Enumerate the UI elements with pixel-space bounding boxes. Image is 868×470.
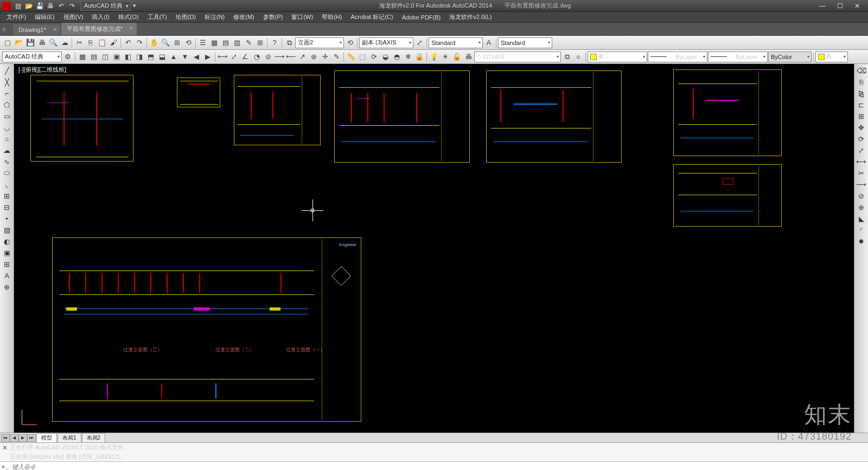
menu-item[interactable]: 标注(N): [200, 12, 229, 22]
print-icon[interactable]: 🖶: [463, 51, 474, 62]
chamfer-icon[interactable]: ◣: [856, 213, 867, 224]
menu-item[interactable]: 绘图(D): [171, 12, 200, 22]
layer-off-icon[interactable]: ◓: [391, 51, 402, 62]
copy-icon[interactable]: ⎘: [85, 37, 96, 48]
dim-linear-icon[interactable]: ⟷: [217, 51, 228, 62]
extend-icon[interactable]: ⟶: [856, 179, 867, 190]
tab-next-icon[interactable]: ▶: [18, 434, 27, 442]
menu-item[interactable]: 工具(T): [143, 12, 171, 22]
ellipse-arc-icon[interactable]: ◟: [2, 179, 12, 190]
layout-tab[interactable]: 模型: [36, 433, 57, 443]
layer-freeze-icon[interactable]: ❄: [403, 51, 413, 62]
insert-block-icon[interactable]: ⊞: [2, 190, 12, 201]
revision-cloud-icon[interactable]: ☁: [2, 145, 12, 156]
qat-save-icon[interactable]: 💾: [35, 2, 44, 10]
dim-baseline-icon[interactable]: ⟵: [285, 51, 296, 62]
erase-icon[interactable]: ⌫: [856, 65, 867, 76]
select-icon[interactable]: ⬚: [357, 51, 368, 62]
tb2-c-icon[interactable]: ◫: [100, 51, 111, 62]
measure-icon[interactable]: 📏: [346, 51, 356, 62]
dim-diameter-icon[interactable]: ⊘: [263, 51, 273, 62]
color2-dropdown[interactable]: 黄: [815, 51, 848, 62]
tab-home-icon[interactable]: ⌂: [2, 25, 10, 33]
scale-icon[interactable]: ⤢: [856, 145, 867, 156]
layer-prop-icon[interactable]: ⧉: [284, 37, 295, 48]
ellipse-icon[interactable]: ⬭: [2, 168, 12, 178]
menu-item[interactable]: Acrobat 标记(C): [346, 12, 397, 22]
lock-icon[interactable]: 🔓: [451, 51, 462, 62]
dim-center-icon[interactable]: ✛: [320, 51, 330, 62]
properties-icon[interactable]: ☰: [197, 37, 208, 48]
layer-walk-icon[interactable]: ⟐: [573, 51, 584, 62]
tb2-b-icon[interactable]: ▤: [88, 51, 99, 62]
explode-icon[interactable]: ✸: [856, 236, 867, 247]
open-icon[interactable]: 📂: [14, 37, 24, 48]
zoom-icon[interactable]: 🔍: [160, 37, 171, 48]
dim-tolerance-icon[interactable]: ⊕: [308, 51, 319, 62]
tb2-d-icon[interactable]: ▣: [111, 51, 122, 62]
tb2-e-icon[interactable]: ◧: [123, 51, 133, 62]
arc-icon[interactable]: ◡: [2, 122, 12, 133]
undo-icon[interactable]: ↶: [123, 37, 133, 48]
workspace-dropdown-2[interactable]: AutoCAD 经典: [2, 51, 62, 62]
trim-icon[interactable]: ✂: [856, 168, 867, 178]
text-icon[interactable]: A: [2, 270, 12, 281]
drawing-canvas[interactable]: [-][俯视][二维线框]: [14, 64, 854, 433]
join-icon[interactable]: ⊕: [856, 202, 867, 213]
break-icon[interactable]: ⊘: [856, 190, 867, 201]
tab-close-icon[interactable]: ✕: [53, 27, 57, 33]
line-icon[interactable]: ╱: [2, 65, 12, 76]
design-center-icon[interactable]: ▦: [209, 37, 220, 48]
qat-undo-icon[interactable]: ↶: [56, 2, 66, 10]
menu-item[interactable]: 格式(O): [114, 12, 143, 22]
add-selected-icon[interactable]: ⊕: [2, 281, 12, 292]
tb2-k-icon[interactable]: ◀: [191, 51, 202, 62]
tb2-h-icon[interactable]: ⬓: [157, 51, 168, 62]
new-icon[interactable]: ▢: [2, 37, 13, 48]
preview-icon[interactable]: 🔍: [48, 37, 59, 48]
layout-tab[interactable]: 布局2: [82, 433, 106, 443]
tb2-j-icon[interactable]: ▼: [180, 51, 190, 62]
help-icon[interactable]: ?: [269, 37, 280, 48]
sun-icon[interactable]: ☀: [440, 51, 451, 62]
document-tab[interactable]: 平面布置图修改完成*✕: [61, 23, 137, 35]
qat-open-icon[interactable]: 📂: [24, 2, 34, 10]
textstyle-dropdown[interactable]: Standard: [429, 37, 483, 48]
lightbulb-icon[interactable]: 💡: [429, 51, 439, 62]
layer-lock-icon[interactable]: 🔒: [414, 51, 425, 62]
lineweight-dropdown[interactable]: ByLayer: [708, 51, 768, 62]
plotstyle-dropdown[interactable]: ByColor: [768, 51, 812, 62]
array-icon[interactable]: ⊞: [856, 111, 867, 121]
table-icon[interactable]: ⊞: [2, 259, 12, 269]
menu-item[interactable]: Adobe PDF(B): [398, 13, 445, 22]
fillet-icon[interactable]: ◜: [856, 224, 867, 235]
workspace-dropdown[interactable]: AutoCAD 经典: [80, 1, 131, 11]
workspace-settings-icon[interactable]: ⚙: [62, 51, 73, 62]
minimize-button[interactable]: —: [814, 1, 831, 11]
tab-first-icon[interactable]: ⏮: [1, 434, 10, 442]
hatch-icon[interactable]: ▨: [2, 224, 12, 235]
zoom-window-icon[interactable]: ⊞: [171, 37, 182, 48]
sheet-set-icon[interactable]: ▥: [232, 37, 242, 48]
color-dropdown[interactable]: 黄: [588, 51, 647, 62]
stretch-icon[interactable]: ⟷: [856, 156, 867, 167]
tablestyle-dropdown[interactable]: Standard: [498, 37, 552, 48]
paste-icon[interactable]: 📋: [97, 37, 107, 48]
match-icon[interactable]: 🖌: [108, 37, 119, 48]
dim-leader-icon[interactable]: ↗: [297, 51, 308, 62]
command-input[interactable]: [12, 463, 866, 470]
document-tab[interactable]: Drawing1*✕: [13, 24, 60, 35]
redo-icon[interactable]: ↷: [134, 37, 145, 48]
offset-icon[interactable]: ⊏: [856, 99, 867, 110]
menu-item[interactable]: 插入(I): [87, 12, 113, 22]
plot-icon[interactable]: 🖶: [36, 37, 47, 48]
menu-item[interactable]: 视图(V): [59, 12, 88, 22]
dim-angular-icon[interactable]: ∠: [240, 51, 251, 62]
point-icon[interactable]: •: [2, 213, 12, 224]
pan-icon[interactable]: ✋: [149, 37, 159, 48]
dim-continue-icon[interactable]: ⟶: [274, 51, 285, 62]
make-block-icon[interactable]: ⊟: [2, 202, 12, 213]
gradient-icon[interactable]: ◐: [2, 236, 12, 247]
move-icon[interactable]: ✥: [856, 122, 867, 133]
rotate-icon[interactable]: ⟳: [856, 133, 867, 144]
